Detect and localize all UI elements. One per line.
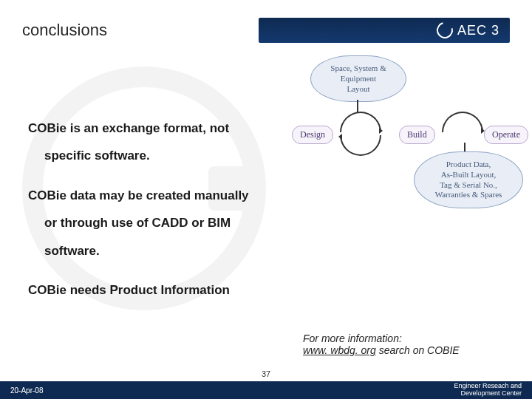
arc-design-build: [340, 112, 381, 132]
cloud-top-l2: Equipment: [317, 74, 400, 84]
footer-affiliation: Engineer Reseach and Development Center: [454, 383, 522, 398]
bullet-1-line-2: specific software.: [28, 142, 265, 169]
pill-build: Build: [399, 126, 435, 144]
more-info-link[interactable]: www. wbdg. org: [303, 344, 376, 356]
arc-build-operate: [442, 112, 483, 132]
cloud-bottom: Product Data, As-Built Layout, Tag & Ser…: [414, 151, 523, 208]
title-bar: conclusions AEC 3: [22, 18, 510, 43]
cloud-bottom-l1: Product Data,: [420, 160, 516, 170]
bullet-1: COBie is an exchange format, not specifi…: [28, 115, 265, 170]
cloud-bottom-l3: Tag & Serial No.,: [420, 180, 516, 191]
bullet-1-line-1: COBie is an exchange format, not: [28, 121, 229, 135]
more-info-line: www. wbdg. org search on COBIE: [303, 344, 460, 356]
swirl-icon: [434, 19, 456, 41]
slide-title: conclusions: [22, 18, 259, 43]
bullet-2-line-2: or through use of CADD or BIM: [28, 209, 265, 236]
slide: conclusions AEC 3 COBie is an exchange f…: [0, 0, 532, 399]
page-number: 37: [262, 369, 270, 378]
title-band: AEC 3: [259, 18, 510, 43]
more-info-lead: For more information:: [303, 332, 460, 344]
footer-date: 20-Apr-08: [10, 386, 43, 395]
cloud-top-l1: Space, System &: [317, 64, 400, 74]
bullet-2: COBie data may be created manually or th…: [28, 182, 265, 265]
more-info: For more information: www. wbdg. org sea…: [303, 332, 460, 356]
cloud-top-l3: Layout: [317, 84, 400, 95]
cloud-bottom-l2: As-Built Layout,: [420, 170, 516, 180]
more-info-tail: search on COBIE: [376, 344, 460, 356]
footer-affil-l2: Development Center: [454, 390, 522, 398]
brand-text: AEC 3: [457, 23, 499, 38]
bullet-2-line-1: COBie data may be created manually: [28, 188, 249, 202]
bullet-3: COBie needs Product Information: [28, 276, 265, 304]
brand-logo: AEC 3: [437, 22, 499, 38]
footer-bar: 20-Apr-08 Engineer Reseach and Developme…: [0, 381, 532, 399]
arc-build-design: [340, 135, 381, 156]
bullet-2-line-3: software.: [28, 237, 265, 265]
cloud-bottom-l4: Warranties & Spares: [420, 190, 516, 200]
body-text: COBie is an exchange format, not specifi…: [28, 115, 265, 316]
bullet-3-line-1: COBie needs Product Information: [28, 283, 230, 297]
cloud-top: Space, System & Equipment Layout: [310, 55, 406, 102]
pill-design: Design: [292, 126, 333, 144]
process-diagram: Space, System & Equipment Layout Design …: [266, 55, 525, 225]
pill-operate: Operate: [484, 126, 528, 144]
